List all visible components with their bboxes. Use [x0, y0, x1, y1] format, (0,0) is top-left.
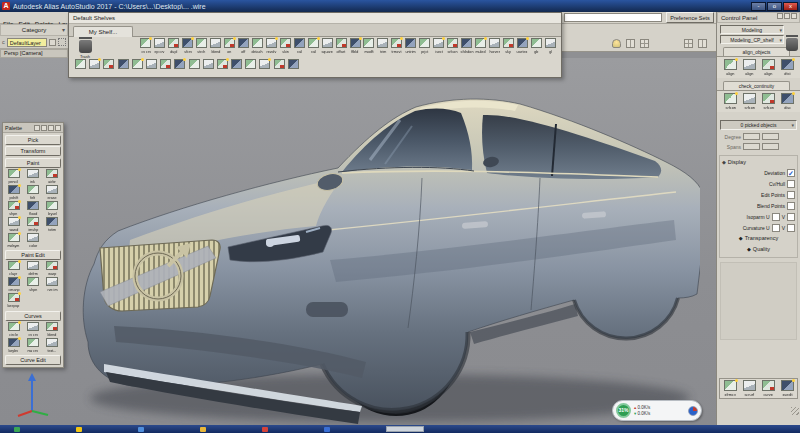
default-shelves-window[interactable]: Default Shelves My Shelf... Trash cv crv…	[68, 12, 562, 78]
paint-tool[interactable]: erase	[43, 185, 62, 201]
paint-edit-tool[interactable]: clayr	[4, 261, 23, 277]
network-monitor-widget[interactable]: 31% ▴ 0.0K/s ▾ 0.0K/s	[612, 400, 702, 421]
titlebar[interactable]: A Autodesk Alias AutoStudio 2017 - C:\Us…	[0, 0, 800, 12]
shelf-tool[interactable]: ffbld	[348, 38, 362, 54]
paint-tool[interactable]: ink	[23, 169, 42, 185]
maximize-button[interactable]: o	[767, 2, 782, 11]
shelf-tool[interactable]: on	[223, 38, 237, 54]
display-header[interactable]: ◆Display	[722, 157, 795, 167]
shelf-tool-icon[interactable]	[146, 59, 157, 69]
shelf-tool[interactable]: horver	[487, 38, 501, 54]
shelf-tool-icon[interactable]	[103, 59, 114, 69]
taskbar-app-icon[interactable]	[76, 427, 82, 432]
paint-edit-tool[interactable]: defrm	[23, 261, 42, 277]
panel-tool[interactable]: xsedit	[778, 380, 797, 397]
taskbar-app-icon[interactable]	[14, 427, 20, 432]
shelf-tool[interactable]: sfshdon	[460, 38, 474, 54]
curve-tool[interactable]: blend	[43, 322, 62, 338]
continuity-tool[interactable]: disc	[778, 93, 797, 110]
control-panel-titlebar[interactable]: Control Panel	[717, 12, 800, 23]
align-tool[interactable]: align	[759, 59, 778, 76]
shelf-tool[interactable]: isect	[432, 38, 446, 54]
taskbar-app-icon[interactable]	[262, 427, 268, 432]
taskbar-app-icon[interactable]	[324, 427, 330, 432]
curve-tool[interactable]: cv crv	[23, 322, 42, 338]
shelf-tool-icon[interactable]	[231, 59, 242, 69]
picked-objects-dropdown[interactable]: 0 picked objects▾	[720, 120, 797, 130]
degree-v-field[interactable]	[762, 133, 779, 140]
paint-edit-tool[interactable]: cmanp	[4, 277, 23, 293]
trash-tool[interactable]: Trash	[73, 40, 97, 59]
checkbox[interactable]	[787, 213, 795, 221]
tab-check-continuity[interactable]: check_continuity	[723, 81, 790, 90]
shelf-tool[interactable]: usetex	[515, 38, 529, 54]
layer-row[interactable]: c DefaultLayer	[0, 36, 68, 49]
shelf-tool[interactable]: sky	[501, 38, 515, 54]
shelf-tool[interactable]: trmcvt	[390, 38, 404, 54]
shelf-tool-icon[interactable]	[203, 59, 214, 69]
paint-edit-tool[interactable]: shpn	[23, 277, 42, 293]
layer-checkbox[interactable]	[49, 39, 56, 46]
preference-field[interactable]	[564, 13, 662, 22]
shelf-tool-icon[interactable]	[274, 59, 285, 69]
align-tool[interactable]: dtst	[778, 59, 797, 76]
curve-tool[interactable]: text...	[43, 338, 62, 354]
window-split-icon[interactable]	[698, 39, 707, 48]
shelf-tool[interactable]: modft	[362, 38, 376, 54]
shelf-tool[interactable]: muled	[474, 38, 488, 54]
palette-titlebar[interactable]: Palette	[3, 123, 63, 133]
shelf-tool-icon[interactable]	[259, 59, 270, 69]
paint-tool[interactable]: bysel	[43, 201, 62, 217]
paint-tool[interactable]: txtim	[43, 217, 62, 233]
shelf-tool[interactable]: rail	[306, 38, 320, 54]
degree-u-field[interactable]	[743, 133, 760, 140]
paint-tool[interactable]: color	[23, 233, 42, 249]
paint-edit-tool[interactable]: rve im	[43, 277, 62, 293]
curve-tool[interactable]: circle	[4, 322, 23, 338]
display-option[interactable]: Curvature UV	[722, 222, 795, 233]
shelf-tool-icon[interactable]	[75, 59, 86, 69]
shelf-tool[interactable]: srfcon	[446, 38, 460, 54]
layer-options-icon[interactable]	[58, 38, 66, 46]
shelf-tool[interactable]: sfcrv	[181, 38, 195, 54]
quality-section[interactable]: ◆Quality	[722, 244, 795, 255]
panel-tool[interactable]: xfrmcv	[721, 380, 740, 397]
panel-refresh-icon[interactable]	[791, 13, 797, 19]
tab-curve-edit[interactable]: Curve Edit	[5, 355, 61, 365]
shelf-tool-icon[interactable]	[118, 59, 129, 69]
checkbox[interactable]: ✓	[787, 169, 795, 177]
shelf-tool-icon[interactable]	[288, 59, 299, 69]
paint-tool[interactable]: imshp	[23, 217, 42, 233]
paint-tool[interactable]: airbr	[43, 169, 62, 185]
shelf-tool-icon[interactable]	[217, 59, 228, 69]
shelf-window-title[interactable]: Default Shelves	[69, 13, 561, 24]
paint-tool[interactable]: flood	[23, 201, 42, 217]
category-bar[interactable]: Category▾	[0, 24, 68, 36]
continuity-tool[interactable]: srfcon	[759, 93, 778, 110]
preference-sets-button[interactable]: Preference Sets	[666, 12, 714, 23]
shelf-tool-icon[interactable]	[132, 59, 143, 69]
tab-curves[interactable]: Curves	[5, 311, 61, 321]
shelf-tool[interactable]: skin	[278, 38, 292, 54]
layout-four-pane-icon[interactable]	[640, 39, 649, 48]
paint-tool[interactable]: pencil	[4, 169, 23, 185]
checkbox[interactable]	[787, 180, 795, 188]
paint-tool[interactable]: mdsym	[4, 233, 23, 249]
spans-u-field[interactable]	[743, 143, 760, 150]
align-tool[interactable]: align	[740, 59, 759, 76]
shelf-tool[interactable]: ep crv	[153, 38, 167, 54]
curve-tool[interactable]: keybv	[4, 338, 23, 354]
paint-tool[interactable]: pshift	[4, 185, 23, 201]
shelf-tool[interactable]: prjct	[418, 38, 432, 54]
palette-collapse-icon[interactable]	[48, 125, 54, 131]
windows-taskbar[interactable]	[0, 425, 800, 433]
shelf-tool[interactable]: offset	[334, 38, 348, 54]
shelf-tool[interactable]: rail	[292, 38, 306, 54]
mode-dropdown[interactable]: Modeling▾	[720, 25, 784, 34]
panel-tool[interactable]: curve	[759, 380, 778, 397]
shelf-tool-icon[interactable]	[189, 59, 200, 69]
taskbar-open-window[interactable]	[386, 426, 424, 432]
shelf-tool[interactable]: cv crv	[139, 38, 153, 54]
palette-pin-icon[interactable]	[34, 125, 40, 131]
tab-paint-edit[interactable]: Paint Edit	[5, 250, 61, 260]
